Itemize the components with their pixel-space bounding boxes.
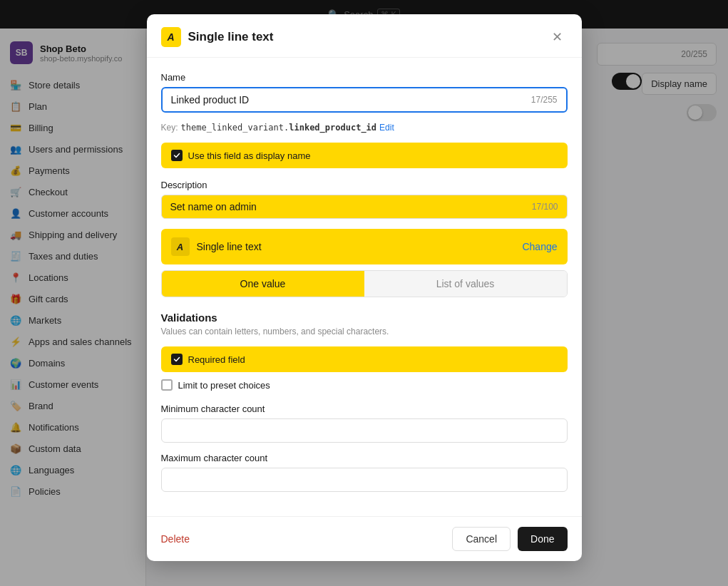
value-type-toggle: One value List of values (161, 270, 568, 297)
type-left: A Single line text (171, 237, 262, 256)
description-char-count: 17/100 (532, 202, 558, 212)
display-name-checkbox-label: Use this field as display name (188, 150, 311, 161)
display-name-checkbox-row[interactable]: Use this field as display name (161, 143, 568, 168)
key-value-bold: linked_product_id (289, 123, 376, 133)
limit-preset-row[interactable]: Limit to preset choices (161, 379, 568, 391)
min-char-input[interactable] (161, 418, 568, 443)
required-checkbox[interactable] (171, 354, 183, 365)
modal-overlay: A Single line text ✕ Name 17/255 Key: th… (0, 0, 728, 586)
name-section: Name 17/255 (161, 72, 568, 113)
delete-button[interactable]: Delete (161, 529, 190, 549)
type-row: A Single line text Change (161, 229, 568, 264)
max-char-section: Maximum character count (161, 453, 568, 492)
key-row: Key: theme_linked_variant.linked_product… (161, 123, 568, 133)
modal-title: Single line text (188, 30, 274, 44)
min-char-section: Minimum character count (161, 403, 568, 443)
modal-body: Name 17/255 Key: theme_linked_variant.li… (147, 58, 582, 516)
name-input[interactable] (171, 94, 526, 106)
name-label: Name (161, 72, 568, 83)
key-static-label: Key: (161, 123, 178, 133)
max-char-label: Maximum character count (161, 453, 568, 463)
limit-preset-label: Limit to preset choices (178, 380, 270, 391)
validations-desc: Values can contain letters, numbers, and… (161, 327, 568, 336)
footer-actions: Cancel Done (452, 527, 567, 551)
limit-preset-checkbox[interactable] (161, 379, 173, 391)
description-value: Set name on admin (170, 201, 257, 212)
modal: A Single line text ✕ Name 17/255 Key: th… (147, 14, 582, 561)
cancel-button[interactable]: Cancel (452, 527, 511, 551)
modal-type-icon: A (161, 27, 181, 47)
one-value-button[interactable]: One value (162, 271, 364, 297)
name-input-wrapper[interactable]: 17/255 (161, 87, 568, 113)
type-name: Single line text (197, 241, 262, 252)
edit-key-link[interactable]: Edit (379, 123, 394, 133)
description-input-wrapper[interactable]: Set name on admin 17/100 (161, 195, 568, 219)
max-char-input[interactable] (161, 468, 568, 492)
name-char-count: 17/255 (531, 95, 558, 105)
modal-header: A Single line text ✕ (147, 14, 582, 58)
modal-close-button[interactable]: ✕ (548, 27, 568, 47)
required-field-row[interactable]: Required field (161, 346, 568, 372)
description-section: Description Set name on admin 17/100 (161, 180, 568, 219)
display-name-checkbox[interactable] (171, 150, 183, 161)
validations-title: Validations (161, 312, 568, 324)
modal-title-row: A Single line text (161, 27, 274, 47)
list-of-values-button[interactable]: List of values (364, 271, 567, 297)
key-prefix: theme_linked_variant.linked_product_id (181, 123, 377, 133)
required-field-label: Required field (188, 354, 245, 365)
modal-footer: Delete Cancel Done (147, 516, 582, 561)
validations-section: Validations Values can contain letters, … (161, 312, 568, 492)
type-icon: A (171, 237, 190, 256)
done-button[interactable]: Done (518, 527, 567, 551)
description-label: Description (161, 180, 568, 190)
min-char-label: Minimum character count (161, 403, 568, 414)
change-type-link[interactable]: Change (522, 241, 557, 252)
